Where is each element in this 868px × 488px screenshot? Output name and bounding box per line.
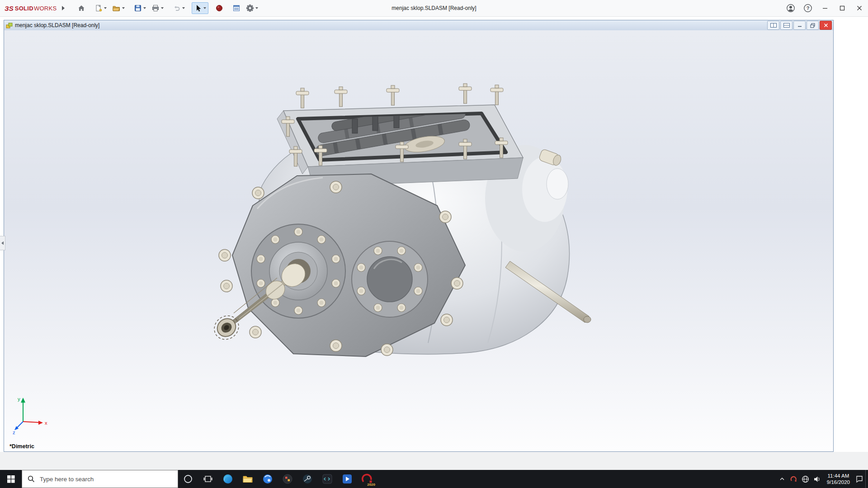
gearbox-model[interactable] (4, 30, 833, 451)
new-document-icon (94, 4, 103, 12)
minimize-button[interactable] (816, 0, 834, 16)
show-desktop-button[interactable] (865, 470, 868, 488)
code-editor-button[interactable] (317, 470, 337, 488)
search-icon (28, 475, 35, 483)
network-button[interactable] (800, 470, 811, 488)
side-cover[interactable] (352, 241, 428, 317)
app-window-title: menjac sklop.SLDASM [Read-only] (392, 0, 476, 16)
speaker-icon (813, 475, 821, 483)
edge-icon (222, 474, 233, 484)
threedexperience-button[interactable] (213, 2, 226, 14)
dassault-logo-icon: ЗS (5, 5, 14, 12)
edge-button[interactable] (218, 470, 238, 488)
undo-button[interactable] (170, 2, 187, 14)
gear-icon (246, 4, 254, 12)
assembly-document-icon (6, 22, 13, 29)
panel-expander[interactable] (0, 236, 5, 250)
orientation-triad[interactable]: y x z (12, 394, 50, 434)
help-icon: ? (803, 4, 812, 13)
start-button[interactable] (0, 470, 22, 488)
browser-button[interactable] (258, 470, 278, 488)
dropdown-caret-icon[interactable] (143, 7, 146, 9)
task-view-icon (203, 474, 212, 483)
tile-vertical-button[interactable] (767, 21, 779, 30)
print-icon (151, 4, 160, 12)
action-center-button[interactable] (854, 470, 865, 488)
document-titlebar[interactable]: menjac sklop.SLDASM [Read-only] (4, 20, 833, 31)
menu-expand-arrow-icon[interactable] (62, 6, 65, 10)
solidworks-year-badge: 2020 (367, 483, 375, 487)
document-title: menjac sklop.SLDASM [Read-only] (15, 22, 99, 28)
system-tray: 11:44 AM 9/16/2020 (776, 470, 868, 488)
dropdown-caret-icon[interactable] (161, 7, 164, 9)
minimize-icon (822, 5, 828, 11)
doc-minimize-icon (797, 23, 802, 28)
solidworks-taskbar-button[interactable]: 2020 (357, 470, 377, 488)
select-tool-button[interactable] (192, 2, 208, 14)
save-button[interactable] (132, 2, 148, 14)
taskbar-clock[interactable]: 11:44 AM 9/16/2020 (823, 473, 854, 485)
photos-app-button[interactable] (278, 470, 297, 488)
cortana-button[interactable] (178, 470, 198, 488)
new-document-button[interactable] (92, 2, 109, 14)
maximize-button[interactable] (834, 0, 851, 16)
media-app-icon (342, 474, 353, 484)
chevron-up-icon (778, 475, 786, 483)
file-explorer-button[interactable] (238, 470, 258, 488)
top-cover-opening[interactable] (277, 84, 523, 187)
help-button[interactable]: ? (799, 0, 816, 16)
maximize-icon (840, 5, 845, 11)
doc-minimize-button[interactable] (793, 21, 806, 30)
svg-text:?: ? (807, 5, 810, 11)
titlebar-right-controls: ? (782, 0, 868, 16)
doc-restore-button[interactable] (807, 21, 819, 30)
options-button[interactable] (244, 2, 260, 14)
graphics-viewport[interactable]: y x z *Dimetric (4, 30, 833, 451)
account-button[interactable] (782, 0, 799, 16)
chevron-left-icon (1, 241, 4, 245)
close-button[interactable] (851, 0, 868, 16)
triad-z-label: z (13, 430, 15, 434)
dropdown-caret-icon[interactable] (104, 7, 107, 9)
brand-works: WORKS (34, 5, 57, 12)
dropdown-caret-icon[interactable] (255, 7, 258, 9)
red-sphere-icon (215, 4, 223, 12)
file-properties-icon (232, 4, 241, 12)
undo-icon (173, 4, 181, 12)
taskbar-search-box[interactable] (22, 470, 178, 488)
tile-vertical-icon (770, 23, 777, 28)
file-properties-button[interactable] (230, 2, 243, 14)
document-window-controls (767, 21, 832, 30)
doc-restore-icon (810, 23, 815, 28)
open-button[interactable] (110, 2, 127, 14)
tray-overflow-button[interactable] (776, 470, 788, 488)
photos-app-icon (282, 474, 293, 484)
code-editor-icon (322, 474, 333, 484)
triad-y-label: y (18, 396, 20, 402)
tile-horizontal-icon (783, 23, 790, 28)
dropdown-caret-icon[interactable] (203, 7, 206, 9)
solidworks-brand: ЗS SOLID WORKS (5, 0, 65, 16)
task-view-button[interactable] (198, 470, 218, 488)
search-input[interactable] (39, 475, 167, 483)
volume-button[interactable] (811, 470, 823, 488)
dropdown-caret-icon[interactable] (122, 7, 125, 9)
doc-close-icon (824, 23, 828, 28)
user-account-icon (786, 4, 795, 13)
file-explorer-icon (242, 474, 253, 484)
print-button[interactable] (149, 2, 166, 14)
brand-solid: SOLID (15, 5, 33, 12)
tile-horizontal-button[interactable] (780, 21, 793, 30)
taskbar-spacer (377, 470, 776, 488)
home-button[interactable] (75, 2, 88, 14)
quick-access-toolbar (75, 0, 260, 16)
steam-button[interactable] (297, 470, 317, 488)
browser-globe-icon (262, 474, 273, 484)
tray-solidworks-monitor[interactable] (788, 470, 800, 488)
select-arrow-icon (194, 4, 202, 12)
doc-close-button[interactable] (820, 21, 832, 30)
dropdown-caret-icon[interactable] (182, 7, 185, 9)
status-bar (0, 452, 868, 470)
network-globe-icon (802, 475, 809, 483)
media-app-button[interactable] (337, 470, 357, 488)
